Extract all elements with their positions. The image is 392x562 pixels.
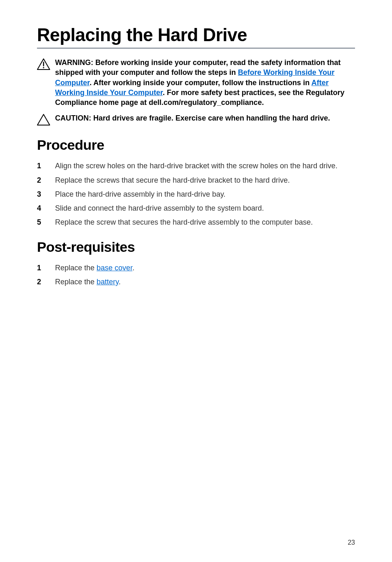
page-title: Replacing the Hard Drive [37, 25, 355, 45]
postreq-text-pre: Replace the [55, 264, 97, 272]
post-requisites-heading: Post-requisites [37, 239, 355, 255]
procedure-list: Align the screw holes on the hard-drive … [37, 160, 355, 227]
postreq-text-pre: Replace the [55, 278, 97, 286]
page-number: 23 [348, 539, 355, 546]
caution-text: CAUTION: Hard drives are fragile. Exerci… [55, 113, 355, 123]
link-battery[interactable]: battery [97, 278, 119, 286]
postreq-text-post: . [132, 264, 134, 272]
svg-point-2 [43, 67, 44, 68]
post-requisites-list: Replace the base cover. Replace the batt… [37, 262, 355, 287]
warning-icon [37, 58, 55, 70]
list-item: Align the screw holes on the hard-drive … [37, 160, 355, 171]
postreq-text-post: . [119, 278, 121, 286]
warning-text: WARNING: Before working inside your comp… [55, 58, 355, 107]
warning-block: WARNING: Before working inside your comp… [37, 58, 355, 107]
title-divider [37, 48, 355, 49]
procedure-heading: Procedure [37, 137, 355, 153]
caution-block: CAUTION: Hard drives are fragile. Exerci… [37, 113, 355, 125]
list-item: Replace the screw that secures the hard-… [37, 217, 355, 228]
warning-text-part2: . After working inside your computer, fo… [90, 79, 311, 87]
link-base-cover[interactable]: base cover [97, 264, 132, 272]
document-page: Replacing the Hard Drive WARNING: Before… [0, 0, 392, 562]
list-item: Place the hard-drive assembly in the har… [37, 189, 355, 200]
list-item: Slide and connect the hard-drive assembl… [37, 203, 355, 214]
caution-icon [37, 113, 55, 125]
list-item: Replace the screws that secure the hard-… [37, 175, 355, 186]
list-item: Replace the battery. [37, 276, 355, 287]
svg-marker-3 [37, 114, 50, 125]
list-item: Replace the base cover. [37, 262, 355, 273]
